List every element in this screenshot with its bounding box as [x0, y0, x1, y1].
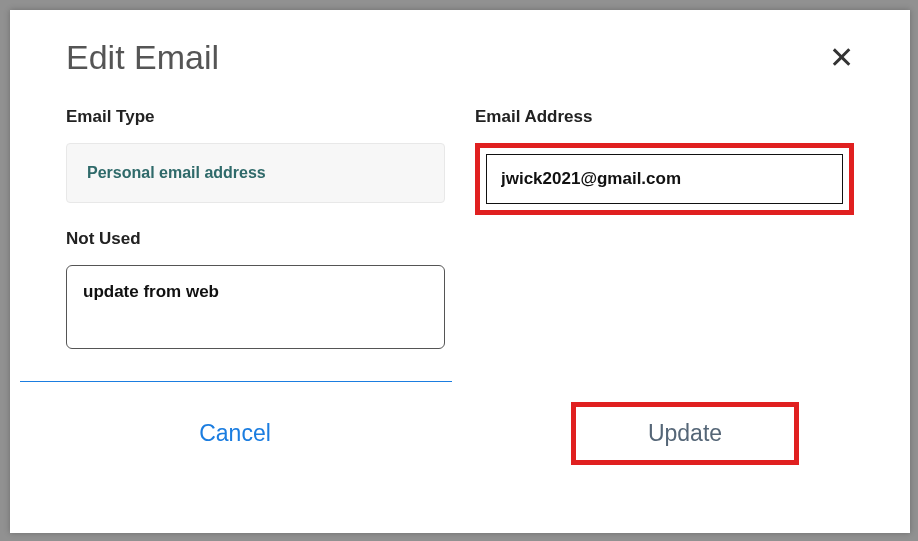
edit-email-modal: Edit Email ✕ Email Type Personal email a… — [10, 10, 910, 533]
cancel-button[interactable]: Cancel — [193, 419, 277, 448]
close-icon[interactable]: ✕ — [829, 43, 854, 73]
right-column: Email Address — [475, 107, 854, 353]
left-column: Email Type Personal email address Not Us… — [66, 107, 445, 353]
email-address-input[interactable] — [486, 154, 843, 204]
modal-footer: Cancel Update — [10, 388, 910, 481]
not-used-label: Not Used — [66, 229, 445, 249]
modal-header: Edit Email ✕ — [10, 10, 910, 87]
update-highlight: Update — [571, 402, 799, 465]
email-type-label: Email Type — [66, 107, 445, 127]
email-address-label: Email Address — [475, 107, 854, 127]
email-type-value: Personal email address — [66, 143, 445, 203]
email-address-highlight — [475, 143, 854, 215]
footer-right: Update — [460, 388, 910, 481]
not-used-input[interactable] — [66, 265, 445, 349]
modal-title: Edit Email — [66, 38, 219, 77]
modal-body: Email Type Personal email address Not Us… — [10, 87, 910, 353]
footer-divider — [20, 381, 452, 382]
update-button[interactable]: Update — [642, 419, 728, 448]
footer-left: Cancel — [10, 388, 460, 481]
